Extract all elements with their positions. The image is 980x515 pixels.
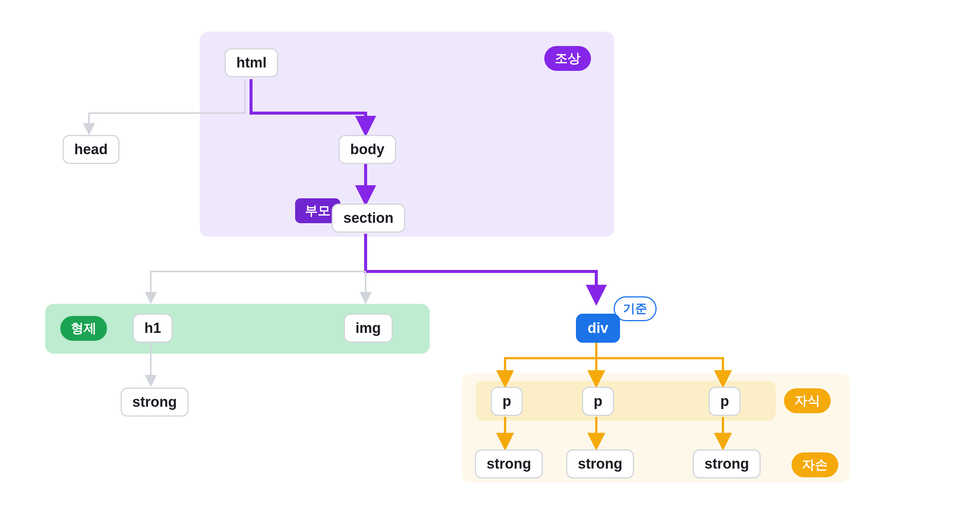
node-html: html (224, 48, 278, 77)
node-strong-1: strong (475, 450, 543, 478)
node-body: body (339, 135, 396, 164)
children-label: 자식 (784, 388, 831, 413)
node-head: head (62, 135, 119, 164)
sibling-label: 형제 (60, 316, 107, 341)
node-img: img (344, 314, 393, 343)
node-strong-2: strong (566, 450, 634, 478)
node-h1: h1 (133, 314, 173, 343)
reference-label: 기준 (614, 297, 657, 321)
node-p-3: p (709, 387, 741, 416)
ancestor-label: 조상 (544, 46, 591, 71)
node-div-reference: div (576, 314, 620, 343)
node-p-1: p (491, 387, 523, 416)
descendant-label: 자손 (792, 453, 838, 477)
node-strong-3: strong (693, 450, 760, 478)
node-p-2: p (582, 387, 614, 416)
dom-tree-diagram: 조상 부모 형제 기준 자식 자손 html head body section… (0, 0, 980, 515)
node-strong-under-h1: strong (121, 387, 188, 416)
node-section: section (332, 204, 405, 233)
